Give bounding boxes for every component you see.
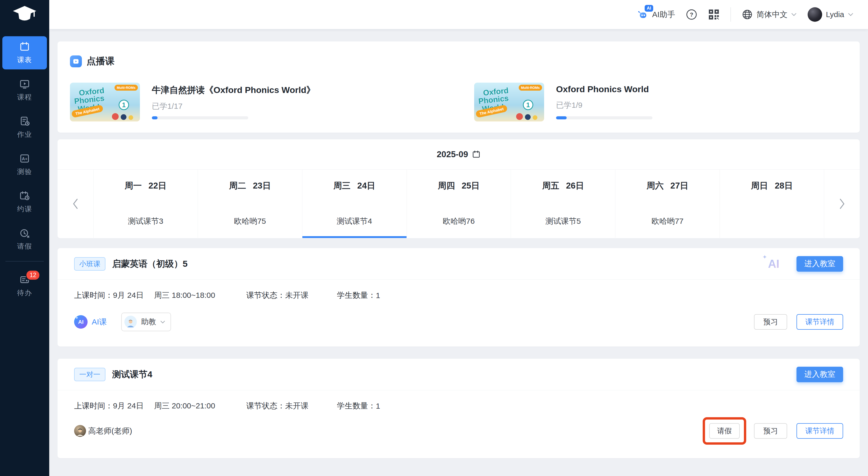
- leave-highlight-annotation: 请假: [703, 417, 746, 445]
- day-lesson: 测试课节3: [128, 216, 163, 227]
- class-type-tag: 一对一: [74, 368, 105, 381]
- ai-badge: AI: [645, 5, 653, 12]
- sidebar-item-label: 课表: [17, 55, 32, 64]
- user-avatar: [808, 7, 822, 22]
- class-status: 未开课: [285, 290, 308, 301]
- sidebar-item-quiz[interactable]: A+ 测验: [2, 148, 47, 181]
- calendar-day-tab[interactable]: 周一22日 测试课节3: [93, 170, 198, 238]
- calendar-day-tab[interactable]: 周二23日 欧哈哟75: [198, 170, 302, 238]
- chevron-down-icon: [848, 13, 854, 16]
- svg-text:?: ?: [690, 11, 693, 18]
- progress-bar: [556, 116, 652, 119]
- sidebar-item-booking[interactable]: 约课: [2, 185, 47, 219]
- help-button[interactable]: ?: [686, 9, 697, 20]
- calendar-icon: [472, 150, 480, 159]
- day-label: 周一22日: [125, 180, 166, 192]
- class-actions-row: ✦AI AI课 助教 预习: [74, 313, 843, 331]
- student-count: 1: [376, 291, 380, 300]
- preview-button[interactable]: 预习: [754, 314, 787, 330]
- ai-sparkle-icon: ✦AI: [768, 257, 779, 271]
- progress-bar: [152, 116, 248, 119]
- ai-course-label: AI课: [92, 317, 107, 327]
- main-content: 点播课 Multi-ROMs Oxford Phonics World 1 Th…: [49, 29, 868, 476]
- svg-text:A+: A+: [22, 156, 28, 161]
- class-title: 启蒙英语（初级）5: [112, 258, 188, 270]
- calendar-icon: [19, 41, 30, 52]
- leave-request-button[interactable]: 请假: [709, 423, 740, 439]
- course-progress-text: 已学1/9: [556, 100, 847, 110]
- ai-assistant-button[interactable]: AI AI助手: [637, 8, 675, 21]
- teacher-avatar: [74, 425, 86, 437]
- cover-number-badge: 1: [119, 100, 129, 110]
- sidebar-item-schedule[interactable]: 课表: [2, 36, 47, 69]
- progress-fill: [556, 116, 567, 119]
- app-root: 课表 课程 作业: [0, 0, 868, 476]
- sidebar-divider: [5, 261, 44, 261]
- language-selector[interactable]: 简体中文: [742, 9, 797, 20]
- calendar-section: 2025-09 周一22日 测试课节3 周二23日 欧哈哟75: [58, 139, 860, 238]
- day-label: 周日28日: [751, 180, 793, 192]
- user-name: Lydia: [826, 10, 844, 19]
- class-buttons: 请假 预习 课节详情: [708, 423, 843, 439]
- calendar-day-tab[interactable]: 周六27日 欧哈哟77: [615, 170, 719, 238]
- user-menu[interactable]: Lydia: [808, 7, 854, 22]
- day-lesson: 测试课节4: [337, 216, 372, 227]
- assistant-avatar: [124, 316, 137, 328]
- course-cover-art: Multi-ROMs Oxford Phonics World 1 The Al…: [70, 83, 140, 122]
- vod-course-item[interactable]: Multi-ROMs Oxford Phonics World 1 The Al…: [70, 83, 459, 122]
- calendar-day-tab[interactable]: 周五26日 测试课节5: [511, 170, 615, 238]
- day-lesson: 测试课节5: [546, 216, 581, 227]
- quiz-a-plus-icon: A+: [19, 153, 30, 164]
- course-title: Oxford Phonics World: [556, 84, 847, 94]
- vod-course-item[interactable]: Multi-ROMs Oxford Phonics World 1 The Al…: [459, 83, 847, 122]
- sidebar-item-leave[interactable]: 请假: [2, 223, 47, 256]
- sidebar-item-todo[interactable]: 待办 12: [2, 269, 47, 303]
- sidebar-item-homework[interactable]: 作业: [2, 111, 47, 144]
- topbar-divider: [731, 7, 731, 22]
- day-label: 周六27日: [647, 180, 688, 192]
- chevron-right-icon: [838, 198, 846, 210]
- lesson-detail-button[interactable]: 课节详情: [797, 423, 843, 439]
- chevron-down-icon: [160, 320, 165, 324]
- sidebar-item-courses[interactable]: 课程: [2, 73, 47, 107]
- calendar-month-label: 2025-09: [437, 150, 468, 159]
- calendar-day-tab[interactable]: 周四25日 欧哈哟76: [406, 170, 511, 238]
- class-people: 高老师(老师): [74, 425, 132, 437]
- prev-week-button[interactable]: [58, 170, 93, 238]
- enter-classroom-button[interactable]: 进入教室: [797, 367, 843, 382]
- topbar: AI AI助手 ?: [49, 0, 868, 29]
- enter-classroom-button[interactable]: 进入教室: [797, 256, 843, 272]
- app-logo[interactable]: [0, 0, 49, 29]
- cover-characters: [112, 113, 133, 120]
- globe-icon: [742, 9, 753, 20]
- sidebar: 课表 课程 作业: [0, 0, 49, 476]
- class-people: ✦AI AI课 助教: [74, 313, 171, 331]
- sidebar-item-label: 作业: [17, 130, 32, 139]
- assistant-dropdown[interactable]: 助教: [121, 313, 171, 331]
- calendar-day-tab-active[interactable]: 周三24日 测试课节4: [302, 170, 406, 238]
- day-lesson: 欧哈哟77: [652, 216, 684, 227]
- qr-code-button[interactable]: [708, 9, 719, 20]
- cover-number-badge: 1: [523, 100, 533, 110]
- class-card-one-on-one: 一对一 测试课节4 进入教室 上课时间： 9月 24日 周三 20:00~21:…: [58, 359, 860, 458]
- video-course-icon: [19, 78, 30, 89]
- question-mark-icon: ?: [686, 9, 697, 20]
- vod-section: 点播课 Multi-ROMs Oxford Phonics World 1 Th…: [58, 41, 860, 133]
- preview-button[interactable]: 预习: [754, 423, 787, 439]
- class-header: 小班课 启蒙英语（初级）5 ✦AI 进入教室: [58, 248, 860, 280]
- language-label: 简体中文: [756, 9, 787, 20]
- sidebar-item-label: 待办: [17, 288, 32, 297]
- class-body: 上课时间： 9月 24日 周三 20:00~21:00 课节状态： 未开课 学生…: [58, 401, 860, 439]
- assistant-label: 助教: [141, 317, 156, 327]
- calendar-day-tab[interactable]: 周日28日: [719, 170, 824, 238]
- next-week-button[interactable]: [824, 170, 860, 238]
- course-cover-art: Multi-ROMs Oxford Phonics World 1 The Al…: [474, 83, 544, 122]
- qr-code-icon: [708, 9, 719, 20]
- topbar-actions: AI AI助手 ?: [637, 7, 854, 22]
- class-info-row: 上课时间： 9月 24日 周三 20:00~21:00 课节状态： 未开课 学生…: [74, 401, 843, 411]
- lesson-detail-button[interactable]: 课节详情: [797, 314, 843, 330]
- ai-robot-icon: AI: [637, 8, 649, 21]
- calendar-month-picker[interactable]: 2025-09: [58, 139, 860, 170]
- class-title: 测试课节4: [112, 369, 152, 380]
- ai-course-icon: ✦AI: [74, 315, 88, 329]
